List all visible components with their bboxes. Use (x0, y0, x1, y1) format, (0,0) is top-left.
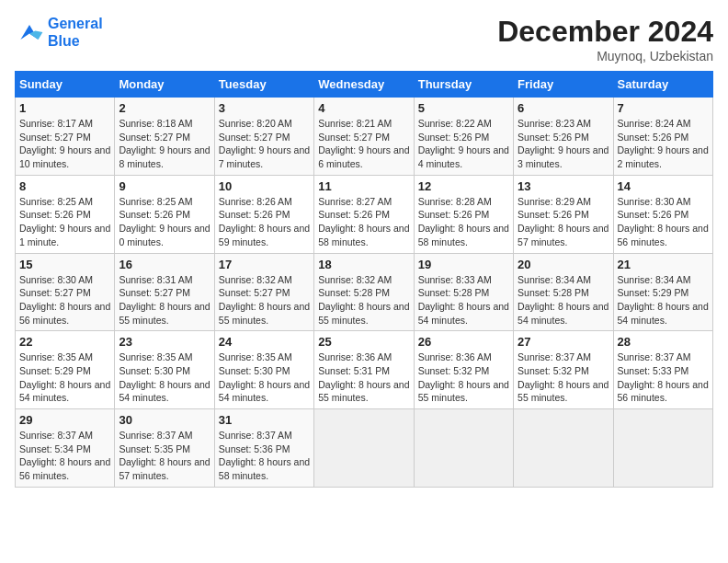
col-header-thursday: Thursday (414, 72, 513, 98)
calendar-cell: 12Sunrise: 8:28 AM Sunset: 5:26 PM Dayli… (414, 175, 513, 253)
day-number: 22 (19, 335, 110, 349)
day-info: Sunrise: 8:30 AM Sunset: 5:27 PM Dayligh… (19, 273, 110, 327)
calendar-cell: 14Sunrise: 8:30 AM Sunset: 5:26 PM Dayli… (613, 175, 712, 253)
calendar-cell (514, 409, 613, 488)
calendar-week-row: 29Sunrise: 8:37 AM Sunset: 5:34 PM Dayli… (16, 409, 713, 488)
calendar-cell: 21Sunrise: 8:34 AM Sunset: 5:29 PM Dayli… (613, 253, 712, 331)
day-info: Sunrise: 8:30 AM Sunset: 5:26 PM Dayligh… (618, 195, 709, 249)
calendar-cell: 16Sunrise: 8:31 AM Sunset: 5:27 PM Dayli… (115, 253, 214, 331)
day-info: Sunrise: 8:37 AM Sunset: 5:34 PM Dayligh… (19, 429, 110, 483)
calendar-cell: 30Sunrise: 8:37 AM Sunset: 5:35 PM Dayli… (115, 409, 214, 488)
day-number: 20 (518, 258, 609, 271)
col-header-friday: Friday (514, 72, 613, 98)
calendar-cell: 27Sunrise: 8:37 AM Sunset: 5:32 PM Dayli… (514, 331, 613, 409)
day-number: 3 (219, 101, 310, 115)
calendar-week-row: 15Sunrise: 8:30 AM Sunset: 5:27 PM Dayli… (16, 253, 713, 331)
day-number: 24 (219, 335, 310, 349)
day-info: Sunrise: 8:37 AM Sunset: 5:33 PM Dayligh… (618, 350, 709, 405)
calendar-table: SundayMondayTuesdayWednesdayThursdayFrid… (15, 71, 713, 488)
calendar-cell (414, 409, 513, 488)
day-number: 5 (418, 101, 509, 115)
day-info: Sunrise: 8:18 AM Sunset: 5:27 PM Dayligh… (119, 117, 210, 171)
col-header-tuesday: Tuesday (214, 72, 313, 98)
col-header-monday: Monday (115, 72, 214, 98)
day-number: 1 (19, 101, 110, 115)
calendar-header-row: SundayMondayTuesdayWednesdayThursdayFrid… (16, 72, 713, 98)
calendar-cell: 5Sunrise: 8:22 AM Sunset: 5:26 PM Daylig… (414, 98, 513, 176)
day-number: 7 (618, 101, 709, 115)
calendar-cell: 15Sunrise: 8:30 AM Sunset: 5:27 PM Dayli… (16, 253, 115, 331)
calendar-cell: 24Sunrise: 8:35 AM Sunset: 5:30 PM Dayli… (214, 331, 313, 409)
col-header-saturday: Saturday (613, 72, 712, 98)
day-number: 13 (518, 179, 609, 193)
day-info: Sunrise: 8:23 AM Sunset: 5:26 PM Dayligh… (518, 117, 609, 171)
calendar-cell: 20Sunrise: 8:34 AM Sunset: 5:28 PM Dayli… (514, 253, 613, 331)
calendar-cell: 23Sunrise: 8:35 AM Sunset: 5:30 PM Dayli… (115, 331, 214, 409)
day-number: 2 (119, 101, 210, 115)
calendar-cell: 11Sunrise: 8:27 AM Sunset: 5:26 PM Dayli… (314, 175, 414, 253)
day-number: 17 (219, 258, 310, 271)
day-number: 4 (318, 101, 409, 115)
day-number: 10 (219, 179, 310, 193)
day-info: Sunrise: 8:28 AM Sunset: 5:26 PM Dayligh… (418, 195, 509, 249)
calendar-cell: 19Sunrise: 8:33 AM Sunset: 5:28 PM Dayli… (414, 253, 513, 331)
calendar-cell: 7Sunrise: 8:24 AM Sunset: 5:26 PM Daylig… (613, 98, 712, 176)
calendar-cell: 28Sunrise: 8:37 AM Sunset: 5:33 PM Dayli… (613, 331, 712, 409)
calendar-cell (314, 409, 414, 488)
calendar-cell: 17Sunrise: 8:32 AM Sunset: 5:27 PM Dayli… (214, 253, 313, 331)
calendar-cell: 26Sunrise: 8:36 AM Sunset: 5:32 PM Dayli… (414, 331, 513, 409)
day-info: Sunrise: 8:27 AM Sunset: 5:26 PM Dayligh… (318, 195, 409, 249)
day-number: 26 (418, 335, 509, 349)
day-info: Sunrise: 8:24 AM Sunset: 5:26 PM Dayligh… (618, 117, 709, 171)
day-number: 27 (518, 335, 609, 349)
calendar-cell: 3Sunrise: 8:20 AM Sunset: 5:27 PM Daylig… (214, 98, 313, 176)
day-info: Sunrise: 8:35 AM Sunset: 5:30 PM Dayligh… (119, 350, 210, 405)
calendar-cell: 13Sunrise: 8:29 AM Sunset: 5:26 PM Dayli… (514, 175, 613, 253)
day-number: 23 (119, 335, 210, 349)
day-info: Sunrise: 8:32 AM Sunset: 5:28 PM Dayligh… (318, 273, 409, 327)
day-info: Sunrise: 8:25 AM Sunset: 5:26 PM Dayligh… (119, 195, 210, 249)
calendar-cell: 8Sunrise: 8:25 AM Sunset: 5:26 PM Daylig… (16, 175, 115, 253)
day-info: Sunrise: 8:34 AM Sunset: 5:28 PM Dayligh… (518, 273, 609, 327)
day-number: 25 (318, 335, 409, 349)
calendar-cell: 6Sunrise: 8:23 AM Sunset: 5:26 PM Daylig… (514, 98, 613, 176)
day-info: Sunrise: 8:36 AM Sunset: 5:31 PM Dayligh… (318, 350, 409, 405)
day-number: 11 (318, 179, 409, 193)
day-number: 15 (19, 258, 110, 271)
calendar-cell: 18Sunrise: 8:32 AM Sunset: 5:28 PM Dayli… (314, 253, 414, 331)
day-info: Sunrise: 8:25 AM Sunset: 5:26 PM Dayligh… (19, 195, 110, 249)
logo-bird-icon (15, 17, 44, 47)
day-info: Sunrise: 8:22 AM Sunset: 5:26 PM Dayligh… (418, 117, 509, 171)
day-info: Sunrise: 8:32 AM Sunset: 5:27 PM Dayligh… (219, 273, 310, 327)
day-info: Sunrise: 8:20 AM Sunset: 5:27 PM Dayligh… (219, 117, 310, 171)
calendar-week-row: 1Sunrise: 8:17 AM Sunset: 5:27 PM Daylig… (16, 98, 713, 176)
col-header-wednesday: Wednesday (314, 72, 414, 98)
title-block: December 2024 Muynoq, Uzbekistan (497, 15, 713, 63)
day-info: Sunrise: 8:37 AM Sunset: 5:32 PM Dayligh… (518, 350, 609, 405)
day-number: 31 (219, 413, 310, 427)
calendar-cell (613, 409, 712, 488)
day-number: 12 (418, 179, 509, 193)
calendar-cell: 31Sunrise: 8:37 AM Sunset: 5:36 PM Dayli… (214, 409, 313, 488)
day-info: Sunrise: 8:34 AM Sunset: 5:29 PM Dayligh… (618, 273, 709, 327)
calendar-cell: 25Sunrise: 8:36 AM Sunset: 5:31 PM Dayli… (314, 331, 414, 409)
day-info: Sunrise: 8:26 AM Sunset: 5:26 PM Dayligh… (219, 195, 310, 249)
page-header: General Blue December 2024 Muynoq, Uzbek… (15, 15, 713, 63)
day-number: 16 (119, 258, 210, 271)
day-info: Sunrise: 8:35 AM Sunset: 5:30 PM Dayligh… (219, 350, 310, 405)
day-number: 28 (618, 335, 709, 349)
col-header-sunday: Sunday (16, 72, 115, 98)
day-number: 6 (518, 101, 609, 115)
calendar-week-row: 8Sunrise: 8:25 AM Sunset: 5:26 PM Daylig… (16, 175, 713, 253)
day-info: Sunrise: 8:17 AM Sunset: 5:27 PM Dayligh… (19, 117, 110, 171)
day-number: 19 (418, 258, 509, 271)
day-info: Sunrise: 8:37 AM Sunset: 5:36 PM Dayligh… (219, 429, 310, 483)
location-subtitle: Muynoq, Uzbekistan (497, 49, 713, 63)
day-number: 21 (618, 258, 709, 271)
calendar-cell: 4Sunrise: 8:21 AM Sunset: 5:27 PM Daylig… (314, 98, 414, 176)
day-number: 14 (618, 179, 709, 193)
day-number: 18 (318, 258, 409, 271)
day-info: Sunrise: 8:35 AM Sunset: 5:29 PM Dayligh… (19, 350, 110, 405)
day-info: Sunrise: 8:29 AM Sunset: 5:26 PM Dayligh… (518, 195, 609, 249)
day-info: Sunrise: 8:33 AM Sunset: 5:28 PM Dayligh… (418, 273, 509, 327)
